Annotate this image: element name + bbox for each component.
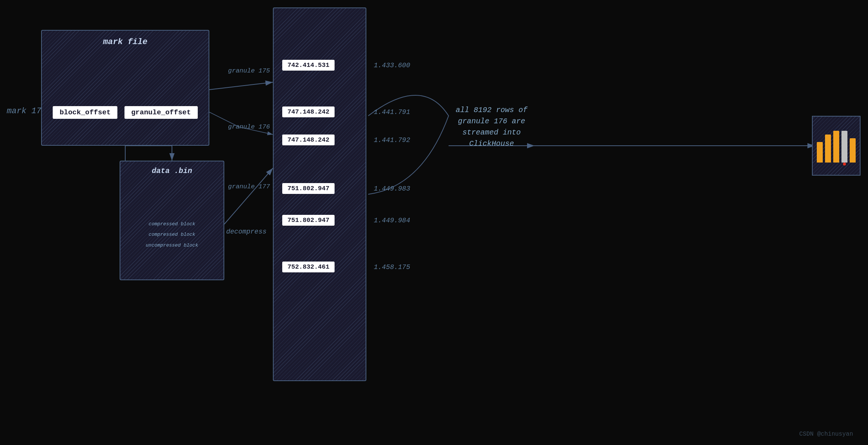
mark-file-box: mark file block_offset granule_offset	[41, 30, 209, 146]
data-value-1: 742.414.531	[282, 60, 335, 71]
ch-bar-2	[825, 135, 831, 163]
row-number-4: 1.449.983	[374, 185, 410, 192]
granule-177-label: granule 177	[228, 183, 270, 190]
data-value-2: 747.148.242	[282, 106, 335, 117]
decompress-label: decompress	[226, 228, 267, 235]
row-number-6: 1.458.175	[374, 263, 410, 271]
rows-annotation: all 8192 rows of granule 176 are streame…	[447, 105, 536, 149]
granule-175-label: granule 175	[228, 67, 270, 74]
row-number-3: 1.441.792	[374, 136, 410, 144]
ch-bar-5	[850, 138, 856, 163]
granule-offset-label: granule_offset	[124, 106, 198, 119]
watermark: CSDN @chinusyan	[799, 431, 853, 438]
svg-line-6	[224, 168, 273, 224]
comp-line2: compressed block	[124, 231, 220, 239]
granule-176-label: granule 176	[228, 123, 270, 130]
compression-box-label: data .bin	[152, 167, 192, 175]
data-value-6: 752.832.461	[282, 262, 335, 272]
ch-bar-3	[833, 131, 839, 163]
data-value-5: 751.802.947	[282, 215, 335, 226]
clickhouse-bars	[817, 129, 856, 163]
ch-bar-4	[841, 131, 847, 163]
compression-box: data .bin compressed block compressed bl…	[120, 161, 224, 280]
block-offset-label: block_offset	[53, 106, 117, 119]
comp-line1: compressed block	[124, 220, 220, 228]
row-number-2: 1.441.791	[374, 108, 410, 116]
clickhouse-icon-box	[812, 116, 861, 176]
mark-file-label: mark file	[103, 37, 148, 47]
mark-176-label: mark 176	[7, 106, 46, 116]
row-number-1: 1.433.600	[374, 62, 410, 69]
ch-bar-1	[817, 142, 823, 163]
compression-inner-text: compressed block compressed block uncomp…	[124, 220, 220, 250]
data-value-3: 747.148.242	[282, 135, 335, 145]
comp-line3: uncompressed block	[124, 242, 220, 250]
annotation-text: all 8192 rows of granule 176 are streame…	[456, 106, 527, 148]
data-value-4: 751.802.947	[282, 183, 335, 194]
row-number-5: 1.449.984	[374, 217, 410, 224]
svg-line-2	[209, 82, 273, 90]
